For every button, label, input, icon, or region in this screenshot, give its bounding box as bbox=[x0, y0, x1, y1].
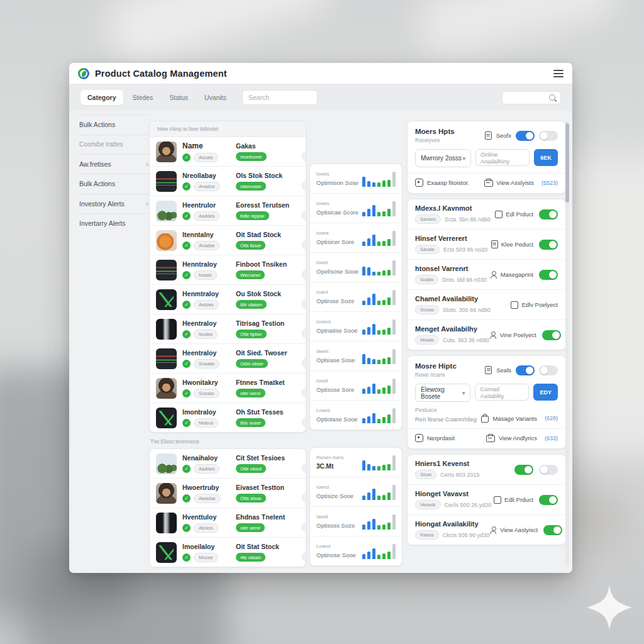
row-action[interactable]: Edli Prduct bbox=[494, 496, 533, 504]
variant-row[interactable]: htonsel Varrenrt Sodas Dnts. ldd 96 n030… bbox=[408, 259, 565, 289]
table-row[interactable]: Imoeilaloy ✓ Mocee Oit Stat Stock 4te ob… bbox=[150, 537, 306, 567]
sidebar-item[interactable]: Investory Alerts › bbox=[78, 194, 150, 214]
variant-row[interactable]: Hionget Vavavst Vesads Cecls 500 26 yd20… bbox=[408, 484, 565, 514]
filter-tab[interactable]: Stedes bbox=[126, 90, 160, 105]
stock-count-pill: Go kass bbox=[302, 211, 306, 220]
variant-pill: Msads bbox=[415, 335, 439, 345]
stock-count-pill: Od tlase bbox=[302, 418, 306, 427]
edit-button[interactable]: 6EK bbox=[534, 149, 558, 166]
row-toggle[interactable] bbox=[539, 209, 558, 219]
status-badge: Wercaner bbox=[236, 270, 265, 279]
filter-tab[interactable]: Uvanits bbox=[197, 90, 233, 105]
secondary-toggle[interactable] bbox=[539, 365, 558, 375]
table-row[interactable]: Hwonitakry ✓ Sosass Ftnnes Tmatket oter … bbox=[150, 373, 306, 402]
row-toggle[interactable] bbox=[514, 465, 533, 475]
scrollbar-track[interactable] bbox=[565, 121, 569, 567]
row-toggle[interactable] bbox=[543, 525, 562, 535]
printer-icon bbox=[486, 435, 495, 442]
availability-field[interactable]: Online Anailalhiny bbox=[475, 149, 530, 166]
stock-status-title: Ou Stok Stock bbox=[236, 290, 296, 297]
view-analytics-action[interactable]: View Asslyists (5523) bbox=[484, 179, 558, 187]
product-tag: Aaddes bbox=[194, 464, 219, 474]
scrollbar-thumb[interactable] bbox=[565, 123, 569, 203]
variant-row[interactable]: Mdexs.l Kavnmot Sanses Scta. 5bn 86 nd60… bbox=[408, 199, 565, 229]
report-action[interactable]: Nerprdasit bbox=[415, 434, 455, 442]
stock-count-pill: Co Kass bbox=[302, 464, 306, 473]
availability-field[interactable]: Comad Asitablity bbox=[475, 384, 529, 401]
variant-row[interactable]: Menget Availabilhy Msads Cuts. 363 36 n6… bbox=[408, 319, 565, 350]
manage-variants-action[interactable]: Masage Variants (628) bbox=[481, 414, 558, 423]
count-link[interactable]: (5523) bbox=[541, 180, 558, 186]
score-label-1: Ioend bbox=[316, 484, 353, 490]
search-input[interactable] bbox=[242, 90, 318, 105]
table-row[interactable]: Heentraloy ✓ Isodes Titrisag Testion Otl… bbox=[150, 314, 306, 343]
primary-toggle[interactable] bbox=[516, 365, 535, 375]
table-row[interactable]: Heentrulor ✓ Aaddes Eoresst Terutsen 6dt… bbox=[150, 196, 306, 225]
filter-tab[interactable]: Status bbox=[162, 90, 195, 105]
product-name: Hwonitakry bbox=[182, 379, 230, 386]
card-subtitle: Roosiyves bbox=[415, 137, 455, 143]
sidebar-item[interactable]: Cosmibe irattes › bbox=[78, 135, 150, 154]
mini-bar-chart bbox=[362, 377, 396, 394]
product-name: Nreollabay bbox=[182, 172, 230, 179]
row-action[interactable]: Masegaprint bbox=[490, 271, 533, 278]
view-analytics-action[interactable]: View Andlyrics (633) bbox=[486, 434, 558, 442]
table-row[interactable]: Name ✓ Ascats Gakas reuntoorer bbox=[150, 137, 306, 166]
variant-row[interactable]: Chamel Availability Sicsas Stots. 300 86… bbox=[408, 289, 565, 319]
status-badge: Otts stsoe bbox=[236, 494, 266, 502]
sidebar-item[interactable]: Bulk Actions › bbox=[78, 114, 150, 135]
product-thumbnail bbox=[156, 453, 177, 474]
action-icon bbox=[489, 526, 497, 533]
row-action[interactable]: View Aaslyisct bbox=[489, 526, 538, 533]
table-row[interactable]: Itenntalny ✓ Anadse Oit Stad Stock Otls … bbox=[150, 225, 306, 255]
row-action[interactable]: Edlv Poelyect bbox=[511, 301, 558, 309]
table-row[interactable]: Heentraloy ✓ Sneatie Oit Sied. Twoser Od… bbox=[150, 343, 306, 373]
table-row[interactable]: Henmtraloy ✓ Avisies Ou Stok Stock 6tlr … bbox=[150, 284, 306, 314]
primary-toggle[interactable] bbox=[516, 131, 535, 141]
variant-row[interactable]: Hinsef Verrerert Sacale Ects 503 86 no20… bbox=[408, 229, 565, 259]
row-action[interactable]: Vine Poelyect bbox=[489, 331, 536, 338]
score-label-2: Optiotase Sooe bbox=[316, 416, 358, 423]
chevron-right-icon: › bbox=[146, 200, 148, 208]
secondary-toggle[interactable] bbox=[539, 131, 558, 141]
table-row[interactable]: Hwoertruby ✓ Awadas Eivaset Testton Otts… bbox=[150, 478, 306, 508]
table-row[interactable]: Henntraloy ✓ Nsiats Finboot Tnsiken Werc… bbox=[150, 255, 306, 284]
stock-status-title: Ehdnas Tnelent bbox=[236, 513, 296, 521]
product-thumbnail bbox=[156, 348, 177, 369]
export-action[interactable]: Exaasp fitoistor. bbox=[415, 179, 469, 187]
more-options-card-2: Mosre Hiptc Rewe Ircans Seals Elewoxg Bo… bbox=[407, 355, 566, 449]
count-link[interactable]: (628) bbox=[545, 415, 558, 421]
check-icon: ✓ bbox=[182, 524, 191, 532]
category-select[interactable]: Elewoxg Bosete ▾ bbox=[415, 384, 470, 402]
table-row[interactable]: Imontraloy ✓ Nideos Oh Stut Tesses 60s o… bbox=[150, 402, 306, 432]
filter-tab[interactable]: Category bbox=[80, 90, 123, 105]
row-toggle[interactable] bbox=[539, 270, 558, 280]
sidebar-item[interactable]: Invertarry Alerts › bbox=[78, 213, 150, 233]
variant-row[interactable]: Hiongat Availakility Radas Ckcts 505 90 … bbox=[408, 514, 565, 545]
row-action[interactable]: Klee Peduct bbox=[491, 240, 533, 248]
sidebar-item[interactable]: Bulk Actions › bbox=[78, 174, 150, 194]
hamburger-menu-icon[interactable] bbox=[553, 68, 564, 79]
table-row[interactable]: Nenaihaloy ✓ Aaddes Cit Stet Tesioes Otl… bbox=[150, 449, 306, 478]
sidebar-item[interactable]: Aw.fretises › bbox=[78, 154, 150, 174]
score-panel-2: Renen Iners 3C.Mt Ioend Optisize Sooe bbox=[309, 447, 402, 566]
row-toggle[interactable] bbox=[539, 495, 558, 505]
row-toggle[interactable] bbox=[542, 330, 561, 340]
quick-search-box[interactable] bbox=[502, 91, 561, 104]
row-toggle[interactable] bbox=[539, 240, 558, 250]
target-icon bbox=[415, 434, 423, 442]
row-toggle-2[interactable] bbox=[539, 465, 558, 475]
score-panel: lowes Optimison Sose lowes Optisicae Sco… bbox=[309, 164, 402, 430]
score-label-2: Optisose Sore bbox=[316, 386, 354, 393]
product-thumbnail bbox=[156, 260, 177, 280]
category-select[interactable]: Mwrrory 2osss ▾ bbox=[415, 149, 471, 167]
table-row[interactable]: Nreollabay ✓ Anadoe Ols Stok Stock oberu… bbox=[150, 166, 306, 196]
variant-row[interactable]: Hniers1 Kevenst Sisas Certo 803 2015 bbox=[408, 455, 565, 484]
stock-count-pill: Oa Dock bbox=[302, 552, 306, 562]
row-action[interactable]: Edl Prduct bbox=[495, 211, 533, 218]
table-row[interactable]: Hventtuloy ✓ Atcass Ehdnas Tnelent oler … bbox=[150, 508, 306, 537]
stock-status-title: Oh Stut Tesses bbox=[236, 408, 296, 416]
edit-button[interactable]: EDY bbox=[533, 384, 558, 401]
count-link[interactable]: (633) bbox=[545, 435, 558, 441]
score-label-1: Lowrd bbox=[316, 408, 358, 413]
